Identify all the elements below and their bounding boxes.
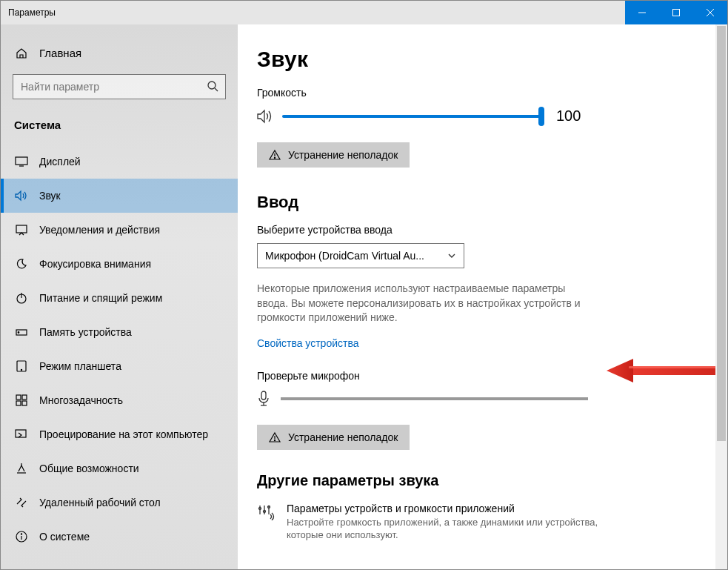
sidebar-item-label: О системе xyxy=(39,531,90,543)
sidebar-item-label: Проецирование на этот компьютер xyxy=(39,428,208,440)
mixer-icon xyxy=(257,503,275,520)
select-value: Микрофон (DroidCam Virtual Au... xyxy=(265,250,424,262)
sidebar-home-label: Главная xyxy=(39,47,81,59)
maximize-button[interactable] xyxy=(659,1,693,24)
test-mic-label: Проверьте микрофон xyxy=(257,370,698,382)
mic-meter xyxy=(281,397,588,400)
remote-icon xyxy=(14,497,29,508)
svg-rect-17 xyxy=(16,401,21,405)
sidebar-item-remote[interactable]: Удаленный рабочий стол xyxy=(1,486,238,520)
titlebar: Параметры xyxy=(1,1,727,24)
storage-icon xyxy=(14,326,29,338)
search-input[interactable] xyxy=(13,74,226,99)
sidebar-item-label: Режим планшета xyxy=(39,360,121,372)
svg-point-22 xyxy=(21,534,21,534)
sidebar-item-tablet[interactable]: Режим планшета xyxy=(1,349,238,383)
sidebar-home[interactable]: Главная xyxy=(1,39,238,67)
notification-icon xyxy=(14,224,29,236)
svg-point-14 xyxy=(21,369,21,370)
window-buttons xyxy=(625,1,727,24)
search-wrap xyxy=(13,74,226,99)
sidebar-item-label: Фокусировка внимания xyxy=(39,258,151,270)
choose-input-label: Выберите устройства ввода xyxy=(257,224,698,236)
svg-point-24 xyxy=(274,157,275,158)
sidebar-section-label: Система xyxy=(1,111,238,136)
main-content: Звук Громкость 100 Устранение неполадок … xyxy=(238,24,727,569)
svg-point-12 xyxy=(18,332,19,334)
sidebar-item-label: Дисплей xyxy=(39,156,81,168)
sound-icon xyxy=(14,190,29,202)
sidebar-item-label: Питание и спящий режим xyxy=(39,292,162,304)
sidebar-item-sound[interactable]: Звук xyxy=(1,179,238,213)
sidebar-item-about[interactable]: О системе xyxy=(1,520,238,554)
info-icon xyxy=(14,531,29,543)
page-title: Звук xyxy=(257,47,698,72)
sidebar-item-label: Многозадачность xyxy=(39,394,123,406)
sidebar-item-notifications[interactable]: Уведомления и действия xyxy=(1,213,238,247)
sidebar: Главная Система Дисплей Звук Уведомления… xyxy=(1,24,238,569)
sidebar-item-focus[interactable]: Фокусировка внимания xyxy=(1,247,238,281)
nav-list: Дисплей Звук Уведомления и действия Фоку… xyxy=(1,145,238,554)
speaker-icon xyxy=(257,109,273,124)
project-icon xyxy=(14,429,29,440)
svg-rect-25 xyxy=(261,391,266,400)
volume-label: Громкость xyxy=(257,87,698,99)
chevron-down-icon xyxy=(447,251,456,260)
shared-icon xyxy=(14,463,29,474)
multitask-icon xyxy=(14,394,29,406)
svg-rect-16 xyxy=(22,395,27,400)
svg-point-29 xyxy=(274,440,275,440)
svg-rect-19 xyxy=(16,430,26,437)
moon-icon xyxy=(14,258,29,270)
home-icon xyxy=(14,47,29,59)
sidebar-item-power[interactable]: Питание и спящий режим xyxy=(1,281,238,315)
troubleshoot-input-button[interactable]: Устранение неполадок xyxy=(257,425,410,450)
sidebar-item-display[interactable]: Дисплей xyxy=(1,145,238,179)
sidebar-item-shared[interactable]: Общие возможности xyxy=(1,451,238,486)
svg-line-5 xyxy=(215,88,218,91)
warning-icon xyxy=(269,431,281,443)
option-title: Параметры устройств и громкости приложен… xyxy=(287,503,605,514)
button-label: Устранение неполадок xyxy=(288,431,398,443)
microphone-icon xyxy=(257,391,270,407)
svg-rect-18 xyxy=(22,401,27,405)
svg-rect-15 xyxy=(16,395,21,400)
search-icon xyxy=(207,80,218,92)
sidebar-item-label: Удаленный рабочий стол xyxy=(39,497,161,508)
svg-rect-1 xyxy=(673,10,680,16)
power-icon xyxy=(14,292,29,304)
volume-row: 100 xyxy=(257,107,698,125)
close-button[interactable] xyxy=(693,1,727,24)
input-heading: Ввод xyxy=(257,193,698,212)
sidebar-item-label: Память устройства xyxy=(39,326,132,338)
minimize-button[interactable] xyxy=(625,1,659,24)
other-heading: Другие параметры звука xyxy=(257,472,698,489)
warning-icon xyxy=(269,149,281,161)
sidebar-item-storage[interactable]: Память устройства xyxy=(1,315,238,349)
svg-rect-6 xyxy=(16,157,27,165)
mic-row xyxy=(257,391,698,407)
display-icon xyxy=(14,156,29,167)
svg-point-4 xyxy=(208,82,216,89)
sidebar-item-label: Общие возможности xyxy=(39,463,139,474)
volume-value: 100 xyxy=(556,107,581,125)
tablet-icon xyxy=(14,360,29,372)
sidebar-item-multitask[interactable]: Многозадачность xyxy=(1,383,238,417)
button-label: Устранение неполадок xyxy=(288,149,398,161)
input-description: Некоторые приложения используют настраив… xyxy=(257,282,598,325)
slider-thumb[interactable] xyxy=(538,107,544,126)
input-device-select[interactable]: Микрофон (DroidCam Virtual Au... xyxy=(257,243,464,268)
sidebar-item-label: Звук xyxy=(39,190,61,202)
svg-rect-8 xyxy=(16,225,27,233)
option-desc: Настройте громкость приложений, а также … xyxy=(287,516,605,542)
volume-slider[interactable] xyxy=(282,115,541,118)
window-title: Параметры xyxy=(1,7,625,18)
troubleshoot-output-button[interactable]: Устранение неполадок xyxy=(257,142,410,168)
vertical-scrollbar[interactable] xyxy=(715,24,727,569)
device-properties-link[interactable]: Свойства устройства xyxy=(257,337,698,349)
sidebar-item-projecting[interactable]: Проецирование на этот компьютер xyxy=(1,417,238,451)
sidebar-item-label: Уведомления и действия xyxy=(39,224,160,236)
app-volume-option[interactable]: Параметры устройств и громкости приложен… xyxy=(257,503,698,542)
scrollbar-thumb[interactable] xyxy=(717,26,726,441)
